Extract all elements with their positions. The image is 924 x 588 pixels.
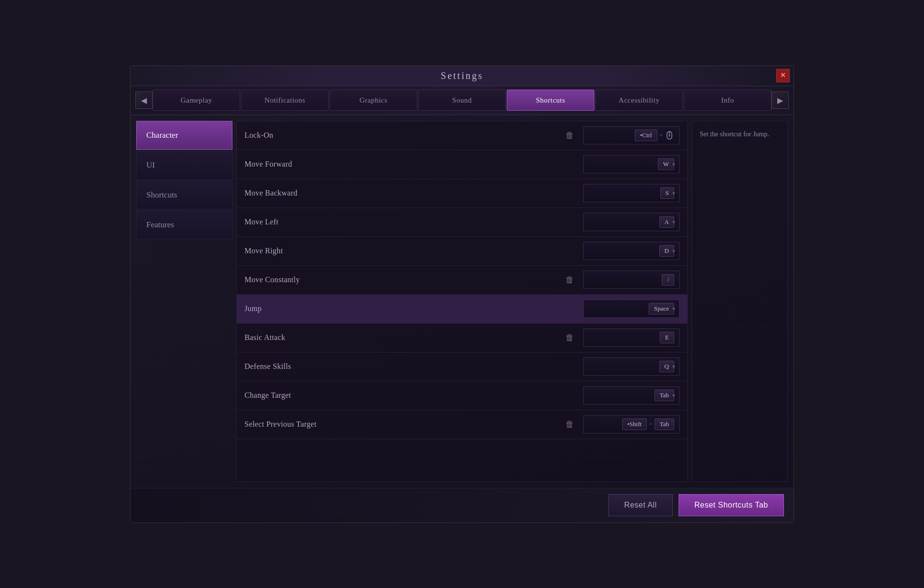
tab-notifications[interactable]: Notifications <box>241 90 329 111</box>
sidebar-item-shortcuts[interactable]: Shortcuts <box>136 181 232 209</box>
key-e: E <box>660 332 674 343</box>
key-shift: •Shift <box>622 418 647 430</box>
bottom-bar: Reset All Reset Shortcuts Tab <box>130 488 794 523</box>
shortcut-row-move-right: Move Right D <box>237 237 687 266</box>
shortcut-name-change-target: Change Target <box>244 391 583 400</box>
delete-lock-on-button[interactable]: 🗑 <box>562 128 578 143</box>
sidebar-item-features[interactable]: Features <box>136 210 232 239</box>
prev-arrow-icon: ◀ <box>141 96 147 105</box>
sidebar-item-ui[interactable]: UI <box>136 151 232 180</box>
key-binding-move-right[interactable]: D <box>583 242 680 260</box>
shortcut-name-jump: Jump <box>244 304 583 313</box>
key-binding-change-target[interactable]: Tab <box>583 386 680 405</box>
shortcut-name-defense-skills: Defense Skills <box>244 362 583 371</box>
key-binding-basic-attack[interactable]: E <box>583 328 680 347</box>
tab-shortcuts[interactable]: Shortcuts <box>507 90 594 111</box>
next-arrow-icon: ▶ <box>777 96 783 105</box>
sidebar-item-character[interactable]: Character <box>136 121 232 150</box>
key-binding-move-forward[interactable]: W <box>583 155 680 173</box>
shortcut-name-move-backward: Move Backward <box>244 189 583 197</box>
shortcut-name-move-right: Move Right <box>244 247 583 255</box>
delete-basic-attack-button[interactable]: 🗑 <box>562 330 578 345</box>
tab-gameplay[interactable]: Gameplay <box>153 90 240 111</box>
key-slash: / <box>662 274 674 286</box>
key-plus-2: + <box>649 420 652 428</box>
tab-graphics[interactable]: Graphics <box>330 90 417 111</box>
close-icon: ✕ <box>780 71 786 79</box>
shortcuts-list: Lock-On 🗑 •Ctrl + Move Forward <box>237 121 687 482</box>
tab-accessibility[interactable]: Accessibility <box>595 90 683 111</box>
shortcut-name-move-constantly: Move Constantly <box>244 275 562 284</box>
key-binding-move-constantly[interactable]: / <box>583 271 680 289</box>
shortcut-name-basic-attack: Basic Attack <box>244 333 562 342</box>
delete-move-constantly-button[interactable]: 🗑 <box>562 272 578 287</box>
tabs-list: Gameplay Notifications Graphics Sound Sh… <box>153 86 771 115</box>
shortcut-row-lock-on: Lock-On 🗑 •Ctrl + <box>237 121 687 150</box>
key-binding-lock-on[interactable]: •Ctrl + <box>583 126 680 144</box>
main-content: Character UI Shortcuts Features Lock-On … <box>130 115 794 488</box>
svg-point-2 <box>669 135 670 137</box>
shortcut-name-lock-on: Lock-On <box>244 131 562 140</box>
shortcut-row-basic-attack: Basic Attack 🗑 E <box>237 324 687 353</box>
window-title: Settings <box>441 70 483 81</box>
tab-next-button[interactable]: ▶ <box>771 91 789 109</box>
key-binding-jump[interactable]: Space <box>583 300 680 318</box>
content-panel: Lock-On 🗑 •Ctrl + Move Forward <box>236 121 688 482</box>
settings-window: Settings ✕ ◀ Gameplay Notifications Grap… <box>130 65 794 523</box>
key-space: Space <box>649 303 674 314</box>
shortcut-row-move-forward: Move Forward W <box>237 150 687 179</box>
key-plus: + <box>659 131 663 139</box>
info-text: Set the shortcut for Jump. <box>700 129 780 140</box>
key-binding-move-left[interactable]: A <box>583 213 680 231</box>
info-panel: Set the shortcut for Jump. <box>692 121 788 482</box>
tabs-bar: ◀ Gameplay Notifications Graphics Sound … <box>130 86 794 115</box>
shortcut-row-jump: Jump Space <box>237 295 687 324</box>
sidebar: Character UI Shortcuts Features <box>136 121 232 482</box>
key-d: D <box>659 245 674 257</box>
key-tab-2: Tab <box>654 418 674 430</box>
key-binding-move-backward[interactable]: S <box>583 184 680 202</box>
key-tab: Tab <box>654 390 674 401</box>
shortcut-name-move-left: Move Left <box>244 218 583 226</box>
shortcut-row-move-left: Move Left A <box>237 208 687 237</box>
reset-shortcuts-tab-button[interactable]: Reset Shortcuts Tab <box>679 494 784 516</box>
shortcut-row-defense-skills: Defense Skills Q <box>237 353 687 381</box>
shortcut-row-change-target: Change Target Tab <box>237 381 687 410</box>
key-a: A <box>659 216 674 228</box>
reset-all-button[interactable]: Reset All <box>608 494 673 516</box>
delete-select-previous-target-button[interactable]: 🗑 <box>562 417 578 432</box>
close-button[interactable]: ✕ <box>776 69 790 82</box>
key-q: Q <box>659 361 674 372</box>
key-binding-select-previous-target[interactable]: •Shift + Tab <box>583 415 680 433</box>
key-ctrl: •Ctrl <box>635 130 657 141</box>
tab-sound[interactable]: Sound <box>418 90 506 111</box>
title-bar: Settings ✕ <box>130 66 794 86</box>
shortcut-row-move-constantly: Move Constantly 🗑 / <box>237 266 687 295</box>
tab-info[interactable]: Info <box>684 90 771 111</box>
shortcut-name-select-previous-target: Select Previous Target <box>244 420 562 429</box>
mouse-icon <box>665 131 674 140</box>
key-s: S <box>660 187 674 199</box>
tab-prev-button[interactable]: ◀ <box>135 91 153 109</box>
shortcut-row-move-backward: Move Backward S <box>237 179 687 208</box>
shortcut-row-select-previous-target: Select Previous Target 🗑 •Shift + Tab <box>237 410 687 439</box>
shortcut-name-move-forward: Move Forward <box>244 160 583 169</box>
key-binding-defense-skills[interactable]: Q <box>583 357 680 376</box>
key-w: W <box>658 158 674 170</box>
